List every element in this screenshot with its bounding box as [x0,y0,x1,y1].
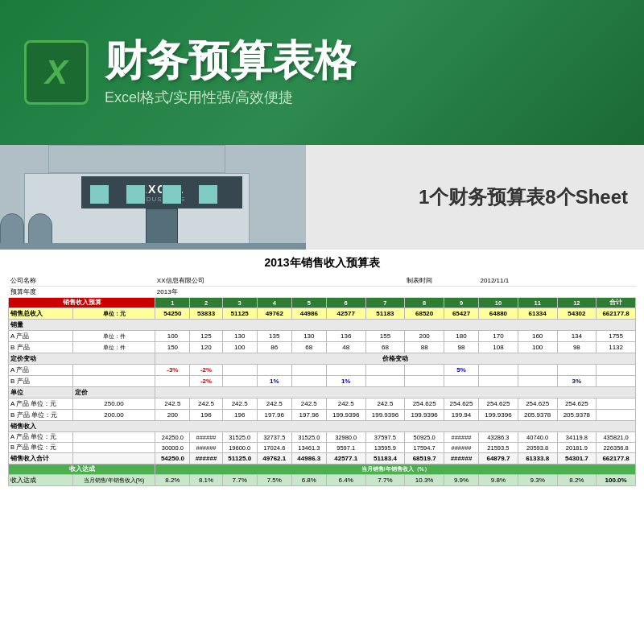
up-a-base: 250.00 [72,398,155,410]
upa-1: 242.5 [155,398,190,410]
upa-7: 242.5 [365,398,405,410]
pa-pc10 [479,365,518,376]
month-5: 5 [291,298,326,308]
month-8: 8 [405,298,444,308]
rev-b-label: B 产品 单位：元 [9,443,73,453]
pa-q11: 160 [518,331,557,342]
price-b-label: B 产品 [9,376,73,387]
pa-pc1: -3% [155,365,190,376]
rate-8: 10.3% [405,475,444,486]
rb-10: 21593.5 [479,443,518,453]
upa-2: 242.5 [190,398,222,410]
pa-pc3 [222,365,257,376]
budget-year: 2013年 [155,287,291,298]
sales-header-cell: 销售收入预算 [9,298,155,308]
month-2: 2 [190,298,222,308]
price-section-label: 定价变动 [9,353,155,365]
pb-pc2: -2% [190,376,222,387]
unit-price-b-row: B 产品 单位：元 200.00 200 196 196 197.96 197.… [9,410,636,421]
sales-m5: 44986 [291,308,326,320]
spreadsheet-section: 2013年销售收入预算表 公司名称 XX信息有限公司 制表时间 2012/11/… [0,250,644,493]
ra-total: 435821.0 [597,432,636,443]
sheet-title: 2013年销售收入预算表 [8,256,636,270]
up-b-label: B 产品 单位：元 [9,410,73,421]
building-illustration: EXCEL INDUSTRIES [0,145,306,250]
rate-label: 收入达成 [9,475,73,486]
building-road [0,243,306,250]
prod-a-unit: 单位：件 [72,331,155,342]
rb-5: 13461.3 [291,443,326,453]
window-2 [126,184,146,204]
tr-12: 54301.7 [557,453,597,464]
sales-m9: 65427 [444,308,479,320]
unit-section-header: 单位 定价 [9,387,636,398]
pa-q8: 200 [405,331,444,342]
month-12: 12 [557,298,597,308]
tr-5: 44986.3 [291,453,326,464]
pa-pc11 [518,365,557,376]
rate-9: 9.9% [444,475,479,486]
company-name: XX信息有限公司 [155,275,291,287]
pb-q2: 120 [190,342,222,353]
ra-8: 50925.0 [405,432,444,443]
rate-data-row: 收入达成 当月销售/年销售收入(%) 8.2% 8.1% 7.7% 7.5% 6… [9,475,636,486]
main-title: 财务预算表格 [105,38,356,84]
pa-pc5 [291,365,326,376]
pa-qtotal: 1755 [597,331,636,342]
upb-12: 205.9378 [557,410,597,421]
rate-12: 8.2% [557,475,597,486]
rate-4: 7.5% [257,475,291,486]
sales-total-row: 销售总收入 单位：元 54250 53833 51125 49762 44986… [9,308,636,320]
unit-note: 定价 [72,387,155,398]
ra-9: ###### [444,432,479,443]
tr-1: 54250.0 [155,453,190,464]
pb-q6: 48 [326,342,365,353]
prod-a-label: A 产品 [9,331,73,342]
ra-7: 37597.5 [365,432,405,443]
upa-3: 242.5 [222,398,257,410]
ra-11: 40740.0 [518,432,557,443]
month-total: 合计 [597,298,636,308]
ra-12: 34119.8 [557,432,597,443]
rb-11: 20593.8 [518,443,557,453]
rev-section-label: 销售收入 [9,421,636,432]
upa-9: 254.625 [444,398,479,410]
sales-label: 销售总收入 [9,308,73,320]
month-11: 11 [518,298,557,308]
pb-q12: 98 [557,342,597,353]
pa-pc8 [405,365,444,376]
unit-price-a-row: A 产品 单位：元 250.00 242.5 242.5 242.5 242.5… [9,398,636,410]
window-4 [198,184,218,204]
pb-pc12: 3% [557,376,597,387]
month-4: 4 [257,298,291,308]
upb-4: 197.96 [257,410,291,421]
pa-q1: 100 [155,331,190,342]
logo-x-icon: X [45,53,68,92]
rb-total: 226356.8 [597,443,636,453]
rate-sub-label: 当月销售/年销售收入（%） [155,464,636,475]
window-3 [162,184,182,204]
ra-3: 31525.0 [222,432,257,443]
company-info-row: 公司名称 XX信息有限公司 制表时间 2012/11/1 [9,275,636,287]
sales-unit: 单位：元 [72,308,155,320]
pb-q1: 150 [155,342,190,353]
sales-m11: 61334 [518,308,557,320]
sheet-count-text: 1个财务预算表8个Sheet [419,184,628,210]
prod-b-unit: 单位：件 [72,342,155,353]
rate-11: 9.3% [518,475,557,486]
rev-b-row: B 产品 单位：元 30000.0 ###### 19600.0 17024.6… [9,443,636,453]
rb-1: 30000.0 [155,443,190,453]
tr-2: ###### [190,453,222,464]
upb-10: 199.9396 [479,410,518,421]
pb-q7: 68 [365,342,405,353]
pb-q11: 100 [518,342,557,353]
pb-pc1 [155,376,190,387]
rb-8: 17594.7 [405,443,444,453]
rb-4: 17024.6 [257,443,291,453]
upb-6: 199.9396 [326,410,365,421]
rev-a-row: A 产品 单位：元 24250.0 ###### 31525.0 32737.5… [9,432,636,443]
unit-section-label: 单位 [9,387,73,398]
pa-pc7 [365,365,405,376]
tr-6: 42577.1 [326,453,365,464]
pb-pc5 [291,376,326,387]
